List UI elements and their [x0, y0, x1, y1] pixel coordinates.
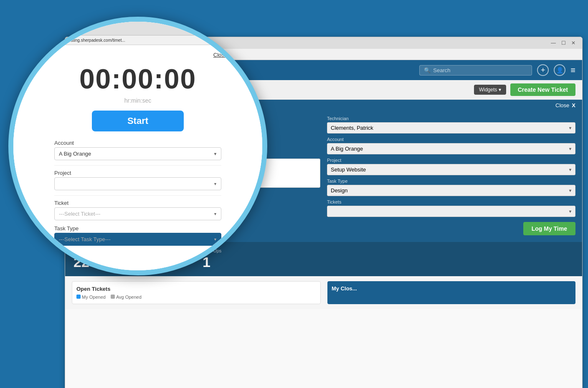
magnifier-tab[interactable]: 🌿 Small Business H... — [18, 24, 76, 33]
window-controls: — ☐ ✕ — [550, 39, 577, 47]
restore-button[interactable]: ☐ — [560, 39, 567, 47]
mag-minimize-button[interactable]: — — [245, 37, 250, 43]
open-tickets-chart: Open Tickets My Opened Avg Opened — [72, 281, 321, 304]
timer-task-type-wrapper: ---Select Task Type--- ▼ — [54, 233, 221, 246]
timer-display: 00:00:00 — [79, 63, 196, 95]
timer-account-wrapper: A Big Orange ▼ — [54, 147, 221, 160]
search-icon: 🔍 — [424, 67, 431, 73]
timer-form: Account A Big Orange ▼ Project ▼ Tick — [54, 140, 221, 246]
project-label: Project — [327, 158, 575, 163]
tickets-select[interactable] — [327, 206, 575, 217]
account-select[interactable]: A Big Orange — [327, 143, 575, 154]
timer-project-label: Project — [54, 170, 221, 176]
close-button[interactable]: ✕ — [570, 39, 577, 47]
search-input[interactable] — [433, 67, 517, 73]
log-time-button[interactable]: Log My Time — [523, 222, 575, 235]
timer-popup: 🌿 Small Business H... 🔒 Secure https://d… — [13, 22, 262, 270]
task-type-select[interactable]: Design — [327, 185, 575, 196]
hamburger-icon: ≡ — [570, 66, 575, 75]
timer-content: Close Page 00:00:00 hr:min:sec Start Acc… — [13, 45, 262, 270]
technician-select[interactable]: Clements, Patrick — [327, 122, 575, 134]
tickets-label: Tickets — [327, 199, 575, 204]
magnifier-browser-top: 🌿 Small Business H... — [13, 22, 262, 35]
close-label: Close — [555, 102, 569, 108]
timer-project-select[interactable] — [54, 177, 221, 190]
timer-account-label: Account — [54, 140, 221, 146]
user-icon: 👤 — [556, 67, 563, 73]
closed-chart-label: My Clos... — [332, 285, 571, 292]
project-select[interactable]: Setup Website — [327, 164, 575, 175]
close-x-button[interactable]: X — [572, 102, 575, 108]
timer-project-wrapper: ▼ — [54, 177, 221, 190]
magnifier-overlay: 🌿 Small Business H... 🔒 Secure https://d… — [8, 17, 267, 275]
create-ticket-button[interactable]: Create New Ticket — [510, 83, 575, 96]
my-opened-dot — [76, 295, 81, 299]
timer-unit-label: hr:min:sec — [124, 97, 152, 104]
timer-account-select[interactable]: A Big Orange — [54, 147, 221, 160]
timer-ticket-select[interactable]: ---Select Ticket--- — [54, 207, 221, 220]
closed-chart: My Clos... — [327, 281, 575, 304]
widgets-button[interactable]: Widgets ▾ — [474, 85, 506, 95]
tab-label: Small Business H... — [30, 26, 70, 31]
tab-leaf-icon: 🌿 — [23, 26, 29, 31]
search-box[interactable]: 🔍 — [419, 65, 532, 76]
mag-restore-button[interactable]: ☐ — [253, 37, 258, 43]
open-tickets-title: Open Tickets — [76, 286, 316, 292]
start-timer-button[interactable]: Start — [92, 111, 184, 131]
magnifier-addressbar: 🔒 Secure https://demotesting.sherpadesk.… — [13, 35, 262, 45]
minimize-button[interactable]: — — [550, 39, 557, 47]
add-icon-button[interactable]: + — [537, 64, 549, 76]
close-page-link[interactable]: Close Page — [213, 52, 241, 58]
account-label: Account — [327, 137, 575, 142]
timer-task-type-label: Task Type — [54, 225, 221, 232]
task-type-label: Task Type — [327, 179, 575, 184]
technician-label: Technician — [327, 116, 575, 121]
mag-divider — [41, 37, 42, 43]
avg-opened-dot — [111, 295, 115, 299]
charts-area: Open Tickets My Opened Avg Opened My Clo… — [65, 276, 582, 309]
magnifier-win-controls: — ☐ — [245, 37, 258, 43]
magnifier-secure-icon: 🔒 — [18, 38, 23, 43]
magnifier-address: https://demotesting.sherpadesk.com/timet… — [44, 38, 243, 43]
chart-legend: My Opened Avg Opened — [76, 295, 316, 300]
form-divider-2 — [54, 195, 221, 196]
timer-task-type-select[interactable]: ---Select Task Type--- — [54, 233, 221, 246]
menu-icon-button[interactable]: ≡ — [570, 66, 575, 75]
timer-ticket-wrapper: ---Select Ticket--- ▼ — [54, 207, 221, 220]
timer-ticket-label: Ticket — [54, 200, 221, 206]
form-divider-1 — [54, 165, 221, 166]
magnifier-secure-label: Secure — [25, 38, 39, 43]
user-icon-button[interactable]: 👤 — [554, 64, 565, 76]
